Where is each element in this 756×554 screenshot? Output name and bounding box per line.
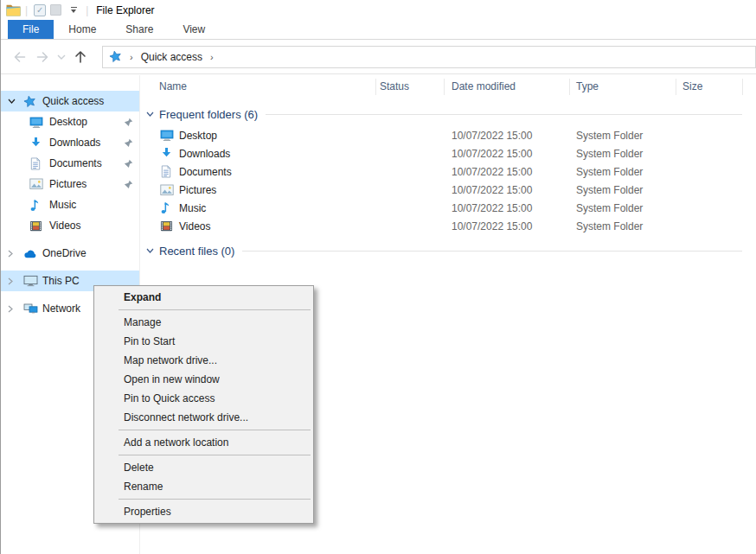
- sidebar-item-desktop[interactable]: Desktop: [1, 111, 139, 132]
- checkmark-icon: ✓: [34, 4, 46, 16]
- chevron-right-icon[interactable]: [8, 277, 18, 285]
- file-date-modified: 10/07/2022 15:00: [452, 220, 532, 232]
- file-type: System Folder: [576, 130, 643, 142]
- sidebar-item-label: Videos: [49, 220, 80, 232]
- column-divider[interactable]: [742, 79, 743, 95]
- sidebar-item-videos[interactable]: Videos: [1, 215, 139, 236]
- chevron-down-icon[interactable]: [146, 248, 154, 253]
- column-divider[interactable]: [375, 79, 376, 95]
- qat-properties-button[interactable]: ✓: [32, 3, 48, 18]
- sidebar-item-quick-access[interactable]: Quick access: [1, 91, 139, 111]
- file-name: Music: [179, 202, 206, 214]
- group-header-label: Recent files (0): [159, 245, 234, 258]
- group-header-rule: [266, 114, 742, 115]
- sidebar-item-label: Quick access: [42, 95, 104, 107]
- sidebar-item-onedrive[interactable]: OneDrive: [1, 243, 139, 264]
- file-date-modified: 10/07/2022 15:00: [452, 130, 532, 142]
- chevron-right-icon[interactable]: [8, 250, 18, 258]
- sidebar-item-label: OneDrive: [42, 247, 86, 259]
- menu-item-rename[interactable]: Rename: [94, 477, 313, 496]
- menu-item-disconnect-network-drive[interactable]: Disconnect network drive...: [94, 408, 313, 427]
- folder-placeholder-icon: [50, 4, 61, 16]
- ribbon-tab-bar: File Home Share View: [1, 20, 756, 40]
- column-header-name[interactable]: Name: [159, 80, 187, 92]
- back-button[interactable]: [9, 46, 31, 68]
- file-row-music[interactable]: Music 10/07/2022 15:00 System Folder: [140, 200, 756, 218]
- sidebar-item-music[interactable]: Music: [1, 194, 139, 215]
- breadcrumb-chevron-icon: ›: [130, 52, 133, 62]
- pictures-icon: [29, 178, 43, 190]
- sidebar-item-pictures[interactable]: Pictures: [1, 174, 139, 194]
- breadcrumb-chevron-icon[interactable]: ›: [210, 52, 214, 62]
- qat-customize-dropdown[interactable]: [66, 3, 81, 18]
- column-header-row: Name Status Date modified Type Size: [140, 75, 756, 99]
- network-icon: [23, 303, 38, 315]
- context-menu: Expand Manage Pin to Start Map network d…: [93, 285, 314, 524]
- menu-item-expand[interactable]: Expand: [94, 288, 313, 307]
- file-type: System Folder: [576, 148, 643, 160]
- explorer-logo-icon: [5, 3, 21, 18]
- videos-icon: [160, 220, 173, 232]
- file-name: Desktop: [179, 130, 217, 142]
- file-row-documents[interactable]: Documents 10/07/2022 15:00 System Folder: [140, 163, 756, 181]
- column-header-type[interactable]: Type: [576, 80, 599, 92]
- sidebar-item-label: Pictures: [49, 178, 86, 190]
- arrow-up-icon: [74, 50, 86, 64]
- menu-item-delete[interactable]: Delete: [94, 458, 313, 477]
- chevron-down-icon: [71, 10, 76, 13]
- file-name: Pictures: [179, 184, 216, 196]
- column-header-size[interactable]: Size: [682, 80, 702, 92]
- this-pc-icon: [23, 275, 38, 287]
- breadcrumb-location[interactable]: Quick access: [141, 51, 202, 63]
- sidebar-item-documents[interactable]: Documents: [1, 153, 139, 174]
- menu-separator: [119, 455, 311, 455]
- column-header-date-modified[interactable]: Date modified: [452, 80, 516, 92]
- documents-icon: [29, 157, 42, 170]
- quick-access-star-icon: [109, 50, 122, 63]
- chevron-down-icon[interactable]: [8, 99, 18, 104]
- file-row-desktop[interactable]: Desktop 10/07/2022 15:00 System Folder: [140, 127, 756, 145]
- tab-file[interactable]: File: [8, 20, 54, 39]
- file-row-pictures[interactable]: Pictures 10/07/2022 15:00 System Folder: [140, 181, 756, 200]
- column-divider[interactable]: [676, 79, 676, 95]
- titlebar-separator: |: [25, 4, 28, 16]
- column-divider[interactable]: [444, 79, 445, 95]
- up-button[interactable]: [69, 46, 92, 68]
- arrow-right-icon: [35, 51, 49, 63]
- chevron-right-icon[interactable]: [8, 305, 18, 313]
- menu-item-pin-to-quick-access[interactable]: Pin to Quick access: [94, 389, 313, 408]
- menu-separator: [119, 430, 311, 430]
- file-explorer-window: | ✓ | File Explorer File Home Share View: [0, 0, 756, 554]
- file-row-downloads[interactable]: Downloads 10/07/2022 15:00 System Folder: [140, 145, 756, 163]
- chevron-down-icon[interactable]: [146, 111, 154, 117]
- address-bar[interactable]: › Quick access ›: [102, 46, 756, 68]
- file-name: Downloads: [179, 148, 230, 160]
- tab-share[interactable]: Share: [111, 20, 168, 39]
- column-header-status[interactable]: Status: [380, 80, 409, 92]
- qat-new-folder-button[interactable]: [48, 3, 63, 18]
- menu-item-properties[interactable]: Properties: [94, 502, 313, 521]
- titlebar-separator: |: [86, 4, 88, 16]
- sidebar-item-label: Desktop: [49, 116, 87, 128]
- menu-item-add-a-network-location[interactable]: Add a network location: [94, 433, 313, 452]
- menu-item-open-in-new-window[interactable]: Open in new window: [94, 370, 313, 389]
- sidebar-item-label: Network: [42, 302, 80, 315]
- menu-item-pin-to-start[interactable]: Pin to Start: [94, 332, 313, 351]
- tab-home[interactable]: Home: [54, 20, 111, 39]
- recent-locations-dropdown[interactable]: [54, 46, 69, 68]
- group-header-frequent-folders[interactable]: Frequent folders (6): [146, 106, 742, 122]
- pin-icon: [124, 159, 133, 169]
- file-type: System Folder: [576, 220, 643, 232]
- forward-button[interactable]: [31, 46, 54, 68]
- menu-item-manage[interactable]: Manage: [94, 313, 313, 332]
- group-header-rule: [242, 251, 742, 252]
- column-divider[interactable]: [569, 79, 570, 95]
- pin-icon: [124, 138, 133, 148]
- file-row-videos[interactable]: Videos 10/07/2022 15:00 System Folder: [140, 218, 756, 236]
- sidebar-item-label: Downloads: [49, 137, 100, 149]
- sidebar-item-downloads[interactable]: Downloads: [1, 132, 139, 153]
- tab-view[interactable]: View: [168, 20, 220, 39]
- menu-item-map-network-drive[interactable]: Map network drive...: [94, 351, 313, 370]
- group-header-recent-files[interactable]: Recent files (0): [146, 243, 742, 258]
- sidebar-group-gap: [1, 264, 139, 271]
